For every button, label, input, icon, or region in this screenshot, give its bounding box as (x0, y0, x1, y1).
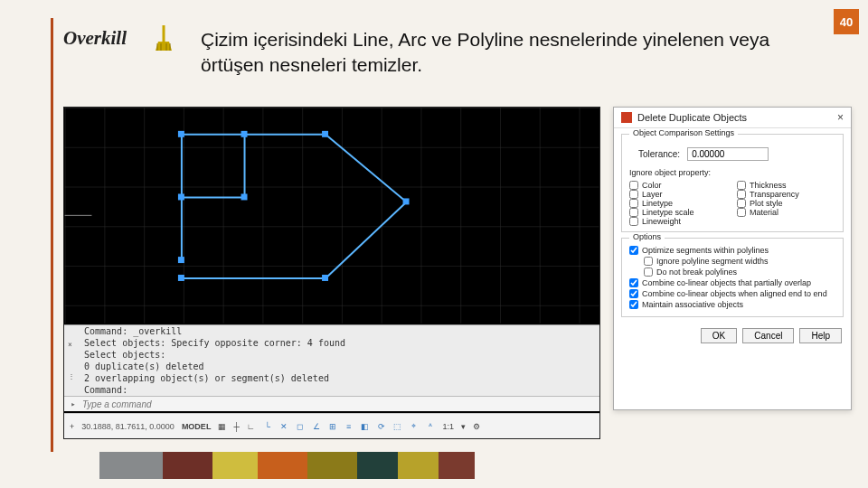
lineweight-icon[interactable]: ≡ (344, 421, 354, 432)
scale-indicator[interactable]: 1:1 (443, 422, 455, 431)
svg-rect-16 (241, 193, 248, 200)
chk-lineweight[interactable]: Lineweight (629, 217, 728, 226)
handle-icon[interactable]: ⋮ (68, 372, 77, 380)
close-icon[interactable]: × (837, 111, 844, 124)
command-log-panel: × ⋮ Command: _overkill Select objects: S… (64, 324, 599, 411)
strip-swatch (439, 452, 475, 479)
command-description: Çizim içerisindeki Line, Arc ve Polyline… (201, 27, 779, 79)
strip-swatch (307, 452, 357, 479)
svg-rect-13 (322, 275, 328, 281)
grid-toggle-icon[interactable]: ▦ (218, 422, 226, 431)
dialog-buttons: OK Cancel Help (614, 323, 851, 349)
section-legend: Options (629, 232, 665, 241)
dyn-icon[interactable]: ⊞ (327, 421, 338, 432)
chk-material[interactable]: Material (737, 208, 835, 217)
strip-swatch (163, 452, 212, 479)
status-bar: + 30.1888, 81.7611, 0.0000 MODEL ▦ ┼ ∟ └… (64, 413, 599, 438)
chk-color[interactable]: Color (629, 181, 728, 190)
strip-swatch (212, 452, 258, 479)
ignore-label: Ignore object property: (629, 168, 835, 177)
svg-rect-10 (178, 131, 184, 137)
tolerance-label: Tolerance: (638, 149, 680, 159)
lock-icon[interactable]: ⌖ (409, 421, 420, 432)
command-panel-gutter: × ⋮ (68, 329, 77, 392)
chk-layer[interactable]: Layer (629, 190, 728, 199)
svg-rect-9 (178, 257, 184, 263)
tolerance-input[interactable] (687, 147, 769, 161)
options-section: Options Optimize segments within polylin… (621, 238, 844, 317)
svg-rect-14 (178, 275, 184, 281)
gear-icon[interactable]: ⚙ (473, 422, 480, 431)
strip-swatch (357, 452, 398, 479)
3d-icon[interactable]: ⬚ (392, 421, 403, 432)
page-number-badge: 40 (834, 9, 859, 34)
svg-rect-17 (241, 131, 248, 137)
close-icon[interactable]: × (68, 341, 77, 349)
transparency-icon[interactable]: ◧ (360, 421, 371, 432)
strip-swatch (398, 452, 439, 479)
cmd-line: Select objects: (79, 349, 599, 361)
otrack-icon[interactable]: ∠ (311, 421, 322, 432)
comparison-section: Object Comparison Settings Tolerance: Ig… (621, 134, 844, 232)
svg-rect-11 (322, 131, 328, 137)
command-input[interactable] (82, 399, 596, 409)
snap-toggle-icon[interactable]: ∟ (247, 422, 255, 431)
svg-rect-15 (178, 193, 184, 200)
section-legend: Object Comparison Settings (629, 128, 738, 137)
svg-rect-12 (403, 198, 410, 204)
annotation-icon[interactable]: ᴬ (425, 421, 436, 432)
cancel-button[interactable]: Cancel (742, 328, 794, 343)
command-input-row[interactable]: ▸ (64, 396, 599, 411)
chk-linetype[interactable]: Linetype (629, 199, 728, 208)
accent-vertical-line (51, 18, 53, 452)
cmd-line: Command: (79, 384, 599, 396)
color-strip (99, 452, 475, 479)
title-row: Overkill Çizim içerisindeki Line, Arc ve… (63, 27, 814, 79)
cmd-line: Select objects: Specify opposite corner:… (79, 337, 599, 349)
cmd-line: 2 overlapping object(s) or segment(s) de… (79, 372, 599, 384)
ignore-grid: Color Layer Linetype Linetype scale Line… (629, 181, 835, 226)
option-combine-co-linear-object[interactable]: Combine co-linear objects when aligned e… (629, 289, 835, 298)
ok-button[interactable]: OK (701, 328, 737, 343)
cad-viewport[interactable]: × ⋮ Command: _overkill Select objects: S… (63, 107, 600, 439)
cursor-coords: 30.1888, 81.7611, 0.0000 (81, 422, 175, 431)
dialog-title: Delete Duplicate Objects (637, 112, 747, 123)
chk-thickness[interactable]: Thickness (737, 181, 835, 190)
chk-ltscale[interactable]: Linetype scale (629, 208, 728, 217)
help-button[interactable]: Help (799, 328, 842, 343)
ortho-icon[interactable]: └ (262, 421, 273, 432)
dialog-titlebar[interactable]: Delete Duplicate Objects × (614, 108, 851, 128)
option-ignore-polyline-segment-[interactable]: Ignore polyline segment widths (644, 257, 835, 266)
chk-transparency[interactable]: Transparency (737, 190, 835, 199)
space-indicator[interactable]: MODEL (182, 422, 212, 431)
strip-swatch (258, 452, 307, 479)
option-maintain-associative-obj[interactable]: Maintain associative objects (629, 300, 835, 309)
strip-swatch (99, 452, 163, 479)
polar-icon[interactable]: ✕ (278, 421, 289, 432)
chk-plotstyle[interactable]: Plot style (737, 199, 835, 208)
osnap-icon[interactable]: ◻ (295, 421, 306, 432)
cycle-icon[interactable]: ⟳ (376, 421, 387, 432)
cmd-line: Command: _overkill (79, 325, 599, 337)
command-chevron-icon: ▸ (68, 399, 79, 409)
overkill-icon (154, 23, 174, 54)
layout-tab-plus[interactable]: + (70, 422, 74, 431)
status-icons: └ ✕ ◻ ∠ ⊞ ≡ ◧ ⟳ ⬚ ⌖ ᴬ (262, 421, 436, 432)
cmd-line: 0 duplicate(s) deleted (79, 361, 599, 372)
option-combine-co-linear-object[interactable]: Combine co-linear objects that partially… (629, 278, 835, 287)
option-do-not-break-polylines[interactable]: Do not break polylines (644, 267, 835, 277)
option-optimize-segments-within[interactable]: Optimize segments within polylines (629, 246, 835, 255)
command-title: Overkill (63, 27, 127, 50)
delete-duplicates-dialog: Delete Duplicate Objects × Object Compar… (613, 107, 852, 410)
app-icon (621, 112, 632, 123)
